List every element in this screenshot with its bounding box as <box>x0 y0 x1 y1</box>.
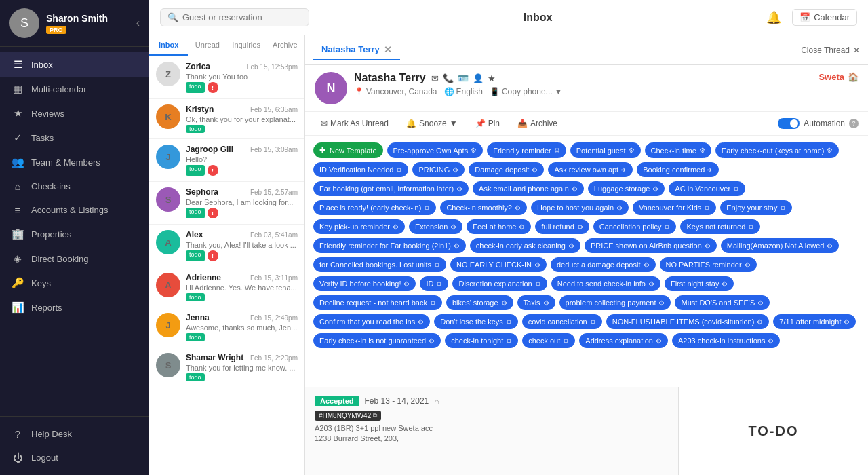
template-tag-ac-vancouver[interactable]: AC in Vancouver⚙ <box>669 181 745 196</box>
gear-icon[interactable]: ⚙ <box>827 147 833 154</box>
gear-icon[interactable]: ⚙ <box>757 318 763 326</box>
template-tag-deduct-damage[interactable]: deduct a damage deposit⚙ <box>551 257 656 272</box>
template-tag-covid-cancellation[interactable]: covid cancellation⚙ <box>522 314 602 329</box>
contacts-icon[interactable]: 👤 <box>473 73 484 83</box>
template-tag-friendly-reminder[interactable]: Friendly reminder⚙ <box>487 142 566 158</box>
template-tag-key-pickup[interactable]: Key pick-up reminder⚙ <box>313 219 405 234</box>
sidebar-item-reviews[interactable]: ★ Reviews <box>0 101 149 126</box>
collapse-button[interactable]: ‹ <box>136 17 140 29</box>
gear-icon[interactable]: ⚙ <box>757 299 764 307</box>
gear-icon[interactable]: ⚙ <box>844 318 850 326</box>
template-tag-id-verification[interactable]: ID Verification Needed⚙ <box>313 162 408 177</box>
gear-icon[interactable]: ⚙ <box>563 337 569 345</box>
gear-icon[interactable]: ⚙ <box>748 223 754 231</box>
gear-icon[interactable]: ⚙ <box>456 185 462 193</box>
gear-icon[interactable]: ⚙ <box>429 337 435 345</box>
template-tag-check-in-time[interactable]: Check-in time⚙ <box>645 142 711 158</box>
archive-button[interactable]: 📥 Archive <box>511 116 564 131</box>
template-tag-pre-approve[interactable]: Pre-approve Own Apts⚙ <box>387 142 484 158</box>
sidebar-item-multi-calendar[interactable]: ▦ Multi-calendar <box>0 77 149 101</box>
template-tag-check-out[interactable]: check out⚙ <box>522 333 575 348</box>
template-tag-verify-id[interactable]: Verify ID before booking!⚙ <box>313 276 416 291</box>
template-tag-confirm-read[interactable]: Confirm that you read the ins⚙ <box>313 314 430 329</box>
gear-icon[interactable]: ⚙ <box>648 280 654 288</box>
sidebar-item-accounts[interactable]: ≡ Accounts & Listings <box>0 198 149 222</box>
gear-icon[interactable]: ⚙ <box>733 185 739 193</box>
message-item-alex[interactable]: A Alex Feb 03, 5:41am Thank you, Alex! I… <box>149 225 304 267</box>
template-tag-711-midnight[interactable]: 7/11 after midnight⚙ <box>773 314 856 329</box>
gear-icon[interactable]: ⚙ <box>430 299 436 307</box>
template-tag-damage-deposit[interactable]: Damage deposit⚙ <box>469 162 544 177</box>
tab-unread[interactable]: Unread <box>188 35 226 56</box>
gear-icon[interactable]: ⚙ <box>393 223 399 231</box>
gear-icon[interactable]: ⚙ <box>454 242 460 250</box>
snooze-button[interactable]: 🔔 Snooze ▼ <box>400 116 464 131</box>
template-tag-bikes-storage[interactable]: bikes' storage⚙ <box>446 295 513 310</box>
template-tag-early-checkout[interactable]: Early check-out (keys at home)⚙ <box>715 142 840 158</box>
gear-icon[interactable]: ⚙ <box>572 185 578 193</box>
template-tag-cancellation-policy[interactable]: Cancellation policy⚙ <box>593 219 677 234</box>
template-tag-full-refund[interactable]: full refund⚙ <box>535 219 589 234</box>
template-tag-friendly-far-booking[interactable]: Friendly reminder for Far booking (2in1)… <box>313 238 466 253</box>
automation-toggle-switch[interactable] <box>778 118 800 129</box>
template-tag-check-in-cleaning[interactable]: check-in early ask cleaning⚙ <box>470 238 580 253</box>
id-icon[interactable]: 🪪 <box>458 73 469 83</box>
template-tag-place-ready[interactable]: Place is ready! (early check-in)⚙ <box>313 200 436 215</box>
copy-icon[interactable]: ⧉ <box>373 412 377 419</box>
message-item-jagroop[interactable]: J Jagroop Gill Feb 15, 3:09am Hello? tod… <box>149 139 304 182</box>
mark-unread-button[interactable]: ✉ Mark As Unread <box>315 116 395 131</box>
message-item-jenna[interactable]: J Jenna Feb 15, 2:49pm Awesome, thanks s… <box>149 307 304 347</box>
template-tag-ask-email-phone[interactable]: Ask email and phone again⚙ <box>473 181 584 196</box>
sidebar-item-logout[interactable]: ⏻ Logout <box>0 446 149 470</box>
tab-inbox[interactable]: Inbox <box>149 35 188 56</box>
template-tag-address-explanation[interactable]: Address explanation⚙ <box>579 333 668 348</box>
sidebar-item-reports[interactable]: 📊 Reports <box>0 295 149 320</box>
gear-icon[interactable]: ⚙ <box>436 280 442 288</box>
message-item-zorica[interactable]: Z Zorica Feb 15, 12:53pm Thank you You t… <box>149 56 304 99</box>
gear-icon[interactable]: ⚙ <box>471 147 477 154</box>
template-tag-check-in-smoothly[interactable]: Check-in smoothly?⚙ <box>440 200 527 215</box>
template-tag-dont-lose-keys[interactable]: Don't lose the keys⚙ <box>434 314 518 329</box>
template-tag-first-night[interactable]: First night stay⚙ <box>665 276 734 291</box>
template-tag-check-in-tonight[interactable]: check-in tonight⚙ <box>445 333 518 348</box>
template-tag-mailing-amazon[interactable]: Mailing(Amazon) Not Allowed⚙ <box>721 238 840 253</box>
phone-copy[interactable]: 📱 Copy phone... ▼ <box>490 87 563 96</box>
sidebar-item-help[interactable]: ? Help Desk <box>0 422 149 446</box>
gear-icon[interactable]: ⚙ <box>658 299 665 307</box>
sidebar-item-direct-booking[interactable]: ◈ Direct Booking <box>0 246 149 271</box>
message-item-kristyn[interactable]: K Kristyn Feb 15, 6:35am Ok, thank you f… <box>149 99 304 139</box>
gear-icon[interactable]: ⚙ <box>535 280 541 288</box>
sidebar-item-tasks[interactable]: ✓ Tasks <box>0 126 149 150</box>
plane-icon[interactable]: ✈ <box>621 166 627 174</box>
gear-icon[interactable]: ⚙ <box>644 261 650 269</box>
template-tag-price-shown[interactable]: PRICE shown on AirBnb question⚙ <box>585 238 717 253</box>
bell-icon[interactable]: 🔔 <box>766 10 781 25</box>
template-tag-potential-guest[interactable]: Potential guest⚙ <box>570 142 641 158</box>
message-item-shamar[interactable]: S Shamar Wright Feb 15, 2:20pm Thank you… <box>149 347 304 387</box>
gear-icon[interactable]: ⚙ <box>656 337 662 345</box>
gear-icon[interactable]: ⚙ <box>780 204 786 212</box>
gear-icon[interactable]: ⚙ <box>452 166 458 174</box>
template-tag-extension[interactable]: Extension⚙ <box>409 219 462 234</box>
gear-icon[interactable]: ⚙ <box>554 147 560 154</box>
gear-icon[interactable]: ⚙ <box>577 223 583 231</box>
template-tag-non-flushable[interactable]: NON-FLUSHABLE ITEMS (covid-situation)⚙ <box>606 314 770 329</box>
tab-inquiries[interactable]: Inquiries <box>227 35 266 56</box>
gear-icon[interactable]: ⚙ <box>515 204 521 212</box>
template-tag-discretion[interactable]: Discretion explanation⚙ <box>452 276 547 291</box>
template-tag-booking-confirmed[interactable]: Booking confirmed✈ <box>637 162 719 177</box>
gear-icon[interactable]: ⚙ <box>396 166 402 174</box>
sidebar-item-team[interactable]: 👥 Team & Members <box>0 150 149 174</box>
message-item-sephora[interactable]: S Sephora Feb 15, 2:57am Dear Sephora, I… <box>149 182 304 225</box>
gear-icon[interactable]: ⚙ <box>652 185 658 193</box>
template-tag-need-checkin-info[interactable]: Need to send check-in info⚙ <box>551 276 660 291</box>
gear-icon[interactable]: ⚙ <box>664 223 670 231</box>
template-tag-ask-review[interactable]: Ask review own apt✈ <box>548 162 633 177</box>
gear-icon[interactable]: ⚙ <box>616 204 623 212</box>
template-tag-decline-request[interactable]: Decline request - not heard back⚙ <box>313 295 442 310</box>
gear-icon[interactable]: ⚙ <box>534 261 540 269</box>
gear-icon[interactable]: ⚙ <box>403 280 410 288</box>
gear-icon[interactable]: ⚙ <box>705 242 711 250</box>
sidebar-item-keys[interactable]: 🔑 Keys <box>0 271 149 295</box>
gear-icon[interactable]: ⚙ <box>418 318 424 326</box>
